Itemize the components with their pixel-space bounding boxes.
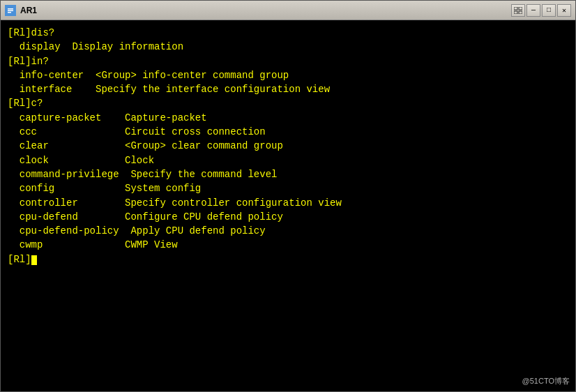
titlebar-controls: — □ ✕	[511, 4, 571, 17]
terminal-prompt: [Rl]	[8, 252, 568, 266]
window-icon	[5, 5, 16, 16]
terminal-line: ccc Circuit cross connection	[8, 125, 568, 139]
terminal-line: display Display information	[8, 40, 568, 54]
terminal-line: controller Specify controller configurat…	[8, 196, 568, 210]
terminal-line: cwmp CWMP View	[8, 238, 568, 252]
svg-rect-6	[514, 11, 517, 14]
titlebar-left: AR1	[5, 5, 37, 16]
terminal-area[interactable]: [Rl]dis? display Display information [Rl…	[1, 20, 575, 391]
terminal-line: info-center <Group> info-center command …	[8, 68, 568, 82]
maximize-button[interactable]: □	[542, 4, 556, 17]
svg-rect-4	[514, 7, 517, 10]
window-title: AR1	[20, 6, 37, 15]
terminal-line: cpu-defend-policy Apply CPU defend polic…	[8, 224, 568, 238]
cursor	[31, 255, 37, 265]
titlebar: AR1 — □ ✕	[1, 1, 575, 20]
terminal-line: clear <Group> clear command group	[8, 139, 568, 153]
terminal-line: [Rl]in?	[8, 54, 568, 68]
svg-rect-2	[8, 10, 13, 11]
svg-rect-1	[8, 8, 13, 10]
watermark: @51CTO博客	[522, 376, 570, 387]
svg-rect-3	[8, 12, 11, 13]
terminal-line: clock Clock	[8, 153, 568, 167]
terminal-line: config System config	[8, 181, 568, 195]
terminal-line: [Rl]c?	[8, 96, 568, 110]
terminal-line: interface Specify the interface configur…	[8, 82, 568, 96]
terminal-line: command-privilege Specify the command le…	[8, 167, 568, 181]
main-window: AR1 — □ ✕ [Rl]dis? display Display infor…	[0, 0, 576, 392]
close-button[interactable]: ✕	[557, 4, 571, 17]
svg-rect-5	[519, 7, 522, 10]
terminal-line: [Rl]dis?	[8, 26, 568, 40]
terminal-line: capture-packet Capture-packet	[8, 111, 568, 125]
svg-rect-7	[519, 11, 522, 14]
minimize-button[interactable]: —	[526, 4, 540, 17]
terminal-line: cpu-defend Configure CPU defend policy	[8, 210, 568, 224]
resize-button[interactable]	[511, 4, 525, 17]
